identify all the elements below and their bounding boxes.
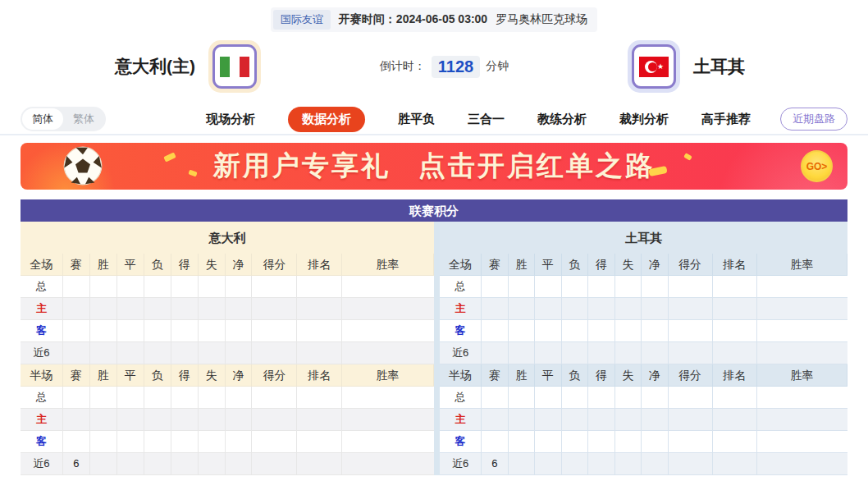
table-row: 主 — [440, 409, 847, 431]
table-cell — [669, 320, 713, 342]
table-cell — [669, 298, 713, 320]
table-cell — [342, 276, 434, 298]
column-header: 净 — [226, 254, 253, 276]
table-cell — [713, 276, 757, 298]
table-cell — [562, 453, 588, 475]
table-cell — [226, 387, 253, 409]
column-header: 排名 — [713, 254, 757, 276]
promo-banner[interactable]: 新用户专享礼点击开启红单之路 GO> — [21, 143, 847, 190]
table-cell — [199, 276, 226, 298]
lang-traditional[interactable]: 繁体 — [63, 108, 104, 130]
banner-text: 新用户专享礼点击开启红单之路 — [21, 148, 847, 185]
match-header: 国际友谊 开赛时间：2024-06-05 03:00 罗马奥林匹克球场 — [0, 0, 868, 32]
column-header: 失 — [615, 364, 642, 387]
column-header: 负 — [562, 364, 588, 387]
table-cell — [63, 276, 90, 298]
table-row: 近6 — [440, 342, 847, 364]
column-header: 得分 — [252, 254, 297, 276]
league-half-away: 土耳其 全场赛胜平负得失净得分排名胜率总主客近6半场赛胜平负得失净得分排名胜率总… — [434, 222, 847, 475]
table-cell — [117, 431, 144, 453]
column-header: 胜 — [509, 364, 535, 387]
row-label: 总 — [21, 276, 63, 298]
row-label: 主 — [21, 409, 63, 431]
table-cell — [757, 276, 847, 298]
turkey-flag-icon: ★ — [632, 44, 676, 89]
row-label: 总 — [440, 387, 482, 409]
tab-win-draw-lose[interactable]: 胜平负 — [398, 107, 435, 132]
table-cell — [90, 387, 117, 409]
tab-live-analysis[interactable]: 现场分析 — [206, 107, 255, 132]
table-cell — [535, 320, 561, 342]
tab-coach-analysis[interactable]: 教练分析 — [537, 107, 587, 132]
table-cell — [252, 298, 297, 320]
table-cell — [117, 298, 144, 320]
table-row: 主 — [440, 298, 847, 320]
column-header: 赛 — [63, 254, 90, 276]
table-cell — [252, 453, 297, 475]
table-cell — [642, 342, 668, 364]
table-cell — [199, 320, 226, 342]
table-cell — [171, 320, 199, 342]
stat-header-row: 半场赛胜平负得失净得分排名胜率 — [440, 364, 847, 387]
table-cell — [757, 387, 847, 409]
tab-three-in-one[interactable]: 三合一 — [468, 107, 505, 132]
table-cell — [588, 409, 614, 431]
table-row: 近66 — [21, 453, 434, 475]
table-cell — [615, 298, 642, 320]
table-cell — [669, 276, 713, 298]
table-cell — [144, 409, 171, 431]
table-cell — [588, 320, 614, 342]
column-header: 负 — [144, 364, 171, 387]
recent-trends-button[interactable]: 近期盘路 — [780, 108, 847, 131]
table-cell — [342, 342, 434, 364]
nav-bar: 简体 繁体 现场分析 数据分析 胜平负 三合一 教练分析 裁判分析 高手推荐 近… — [0, 104, 868, 135]
lang-simplified[interactable]: 简体 — [22, 108, 63, 130]
table-cell — [144, 276, 171, 298]
table-cell — [171, 342, 199, 364]
table-cell — [171, 387, 199, 409]
column-header: 得 — [171, 364, 199, 387]
table-cell — [562, 431, 588, 453]
table-cell — [171, 431, 199, 453]
table-cell — [90, 276, 117, 298]
table-cell — [535, 453, 561, 475]
table-cell — [90, 320, 117, 342]
table-cell — [199, 409, 226, 431]
table-row: 总 — [440, 387, 847, 409]
table-cell — [144, 320, 171, 342]
table-cell — [615, 320, 642, 342]
table-row: 客 — [440, 431, 847, 453]
table-row: 总 — [21, 276, 434, 298]
home-team: 意大利(主) — [115, 40, 261, 93]
table-cell — [562, 276, 588, 298]
kickoff-time: 开赛时间：2024-06-05 03:00 — [339, 12, 487, 27]
column-header: 排名 — [297, 254, 342, 276]
table-cell — [199, 387, 226, 409]
table-cell — [90, 298, 117, 320]
table-cell — [669, 342, 713, 364]
table-cell — [615, 342, 642, 364]
table-cell — [509, 431, 535, 453]
column-header: 胜 — [90, 254, 117, 276]
table-row: 总 — [440, 276, 847, 298]
table-cell — [509, 276, 535, 298]
row-label: 近6 — [440, 453, 482, 475]
table-cell — [562, 320, 588, 342]
stat-header-row: 全场赛胜平负得失净得分排名胜率 — [440, 254, 847, 276]
row-label: 主 — [21, 298, 63, 320]
tab-expert-picks[interactable]: 高手推荐 — [701, 107, 751, 132]
tab-referee-analysis[interactable]: 裁判分析 — [619, 107, 669, 132]
table-cell — [171, 409, 199, 431]
table-cell — [642, 453, 668, 475]
soccer-ball-icon — [63, 146, 103, 189]
tab-data-analysis[interactable]: 数据分析 — [288, 107, 365, 132]
away-team: ★ 土耳其 — [628, 40, 745, 93]
table-cell — [90, 453, 117, 475]
table-cell — [63, 431, 90, 453]
away-table-team: 土耳其 — [440, 222, 847, 254]
table-cell — [63, 387, 90, 409]
table-cell — [535, 431, 561, 453]
table-cell — [509, 409, 535, 431]
go-button[interactable]: GO> — [801, 150, 833, 182]
table-cell — [482, 342, 508, 364]
